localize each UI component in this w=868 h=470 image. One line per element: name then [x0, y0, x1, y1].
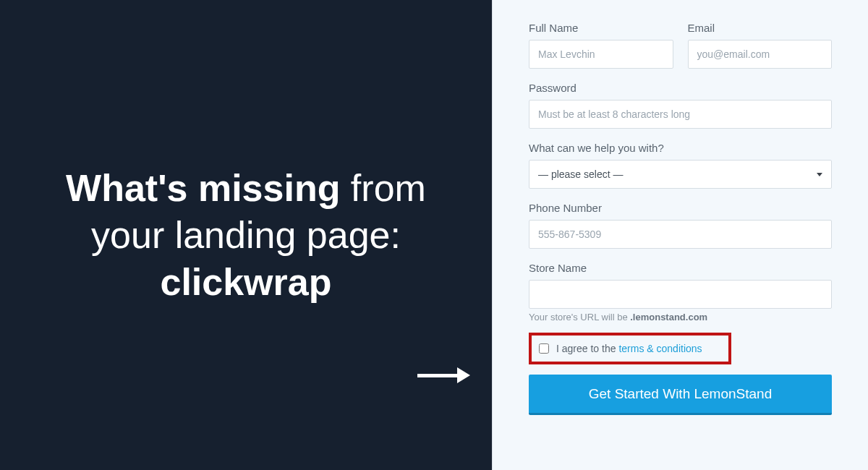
headline-line1: What's missing from: [66, 165, 426, 212]
submit-button[interactable]: Get Started With LemonStand: [529, 375, 832, 415]
page: What's missing from your landing page: c…: [0, 0, 868, 470]
help-label: What can we help you with?: [529, 142, 832, 154]
headline-line3: clickwrap: [66, 259, 426, 306]
url-hint: Your store's URL will be .lemonstand.com: [529, 312, 832, 322]
fullname-input[interactable]: [529, 40, 673, 69]
phone-label: Phone Number: [529, 202, 832, 214]
url-hint-prefix: Your store's URL will be: [529, 312, 630, 322]
email-input[interactable]: [688, 40, 833, 69]
fullname-label: Full Name: [529, 22, 673, 34]
agree-prefix: I agree to the: [556, 343, 618, 354]
email-label: Email: [688, 22, 833, 34]
password-group: Password: [529, 82, 832, 129]
chevron-down-icon: [817, 173, 822, 176]
phone-group: Phone Number: [529, 202, 832, 249]
help-group: What can we help you with? — please sele…: [529, 142, 832, 189]
password-label: Password: [529, 82, 832, 94]
storename-label: Store Name: [529, 262, 832, 274]
help-select[interactable]: — please select —: [529, 160, 832, 189]
url-hint-domain: .lemonstand.com: [630, 312, 707, 322]
terms-link[interactable]: terms & conditions: [618, 343, 702, 354]
headline-bold-1: What's missing: [66, 167, 340, 209]
password-input[interactable]: [529, 100, 832, 129]
storename-group: Store Name: [529, 262, 832, 309]
headline-rest-1: from: [340, 167, 425, 209]
arrow-right-icon: [417, 367, 470, 383]
headline-line2: your landing page:: [66, 212, 426, 259]
help-selected-value: — please select —: [538, 168, 624, 180]
signup-form-panel: Full Name Email Password What can we hel…: [492, 0, 868, 470]
email-group: Email: [688, 22, 833, 69]
storename-input[interactable]: [529, 280, 832, 309]
agree-text: I agree to the terms & conditions: [556, 343, 702, 354]
agree-highlight-box: I agree to the terms & conditions: [529, 333, 731, 364]
hero-panel: What's missing from your landing page: c…: [0, 0, 492, 470]
phone-input[interactable]: [529, 220, 832, 249]
fullname-group: Full Name: [529, 22, 673, 69]
agree-checkbox[interactable]: [539, 343, 549, 354]
headline: What's missing from your landing page: c…: [66, 165, 426, 306]
